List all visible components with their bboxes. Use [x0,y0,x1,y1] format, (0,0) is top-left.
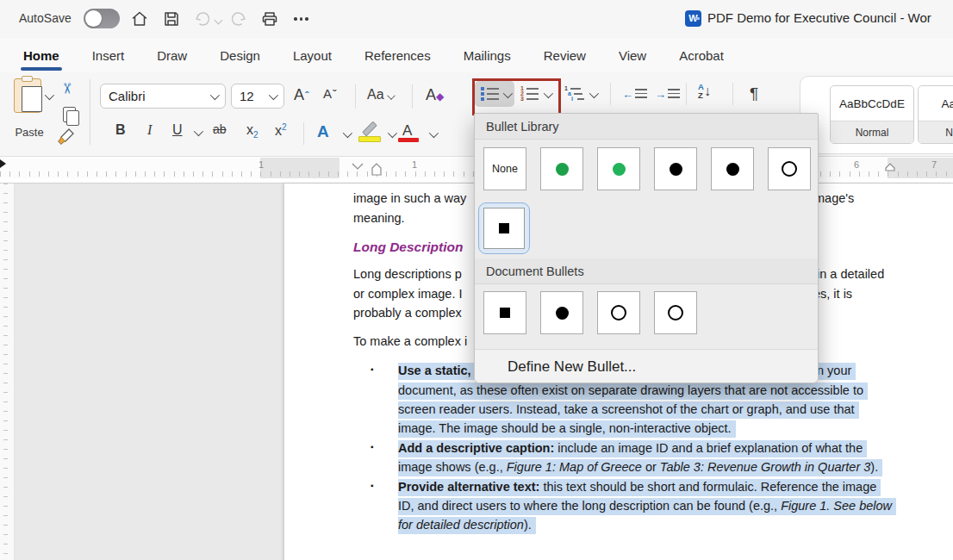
text-effects-button[interactable]: A [317,122,329,141]
ruler-number: 6 [854,159,859,170]
selected-text: screen reader users. Instead, take a scr… [398,401,859,419]
font-size-select[interactable]: 12 [231,84,284,109]
bullet-tile-square[interactable] [483,291,526,334]
tab-references[interactable]: References [348,40,447,71]
doc-text-fragment: or complex image. I [353,287,463,305]
decrease-indent-button[interactable]: ← [622,88,647,101]
text-effects-chevron-icon[interactable] [343,128,352,138]
multilevel-chevron-icon[interactable] [589,89,599,98]
strikethrough-button[interactable]: ab [213,122,227,136]
styles-gallery: AaBbCcDdE Normal AaBbC No Sp [800,76,953,154]
bullet-tile-dot[interactable] [597,147,640,190]
underline-button[interactable]: U [172,122,183,138]
italic-button[interactable]: I [147,122,152,138]
tab-mailings[interactable]: Mailings [447,40,527,71]
save-icon[interactable] [162,9,181,28]
selected-text: image. The image should be a single, non… [398,420,736,438]
shrink-font-button[interactable]: Aˇ [323,86,336,101]
bullet-tile-dot[interactable] [540,147,583,190]
home-icon[interactable] [130,9,149,28]
first-line-indent-marker[interactable] [352,163,364,171]
tab-home[interactable]: Home [7,40,76,71]
ruler-number: 1 [412,159,417,170]
bullet-marker: ▪ [371,442,374,451]
style-chip-normal[interactable]: AaBbCcDdE Normal [830,85,914,144]
bullet-tile-selected[interactable] [478,202,530,254]
style-chip-no-spacing[interactable]: AaBbC No Sp [918,85,953,144]
selected-text: for detailed description). [398,517,536,534]
underline-menu-chevron-icon[interactable] [194,127,203,136]
bullet-tile-circle[interactable] [768,147,811,190]
change-case-button[interactable]: Aa [367,87,395,103]
word-window: AutoSave W PDF Demo for Executive Counci… [0,0,953,560]
selected-text: ID, and direct users to where the long d… [398,498,896,515]
autosave-toggle[interactable] [84,9,120,28]
subscript-button[interactable]: x2 [246,122,258,140]
paste-icon[interactable] [14,78,41,113]
paste-menu-chevron-icon[interactable] [45,90,54,100]
define-new-bullet-item[interactable]: Define New Bullet... [475,349,818,383]
none-label: None [492,163,518,175]
print-icon[interactable] [260,9,279,28]
bullet-tile-dot[interactable] [654,147,697,190]
doc-text-fragment: mage's [814,191,854,209]
tab-layout[interactable]: Layout [277,40,348,71]
font-size-value: 12 [240,89,254,103]
bullet-tile-dot[interactable] [540,291,583,334]
tab-acrobat[interactable]: Acrobat [663,40,740,71]
redo-icon[interactable] [229,9,248,28]
font-color-button[interactable]: A [402,122,412,140]
clear-formatting-button[interactable]: A◆ [426,86,444,104]
document-title: PDF Demo for Executive Council - Wor [707,10,953,25]
circle-bullet-icon [668,305,683,320]
autosave-label: AutoSave [19,11,72,25]
more-commands-icon[interactable] [294,17,308,21]
increase-indent-button[interactable]: → [655,88,680,101]
format-painter-icon[interactable] [58,128,75,145]
dot-bullet-icon [556,307,569,320]
show-paragraph-marks-button[interactable]: ¶ [750,84,758,103]
bullet-tile-circle[interactable] [597,291,640,334]
bullet-tile-none[interactable]: None [483,147,526,190]
bullet-tile-dot[interactable] [711,147,754,190]
superscript-button[interactable]: x2 [275,122,287,139]
doc-text-fragment: meaning. [353,211,405,229]
undo-icon[interactable] [193,9,212,28]
font-color-chevron-icon[interactable] [429,128,439,138]
doc-text-fragment: probably a complex [353,306,462,324]
highlight-chevron-icon[interactable] [388,128,397,138]
doc-heading: Long Description [353,240,463,258]
toggle-knob [85,10,102,27]
tab-design[interactable]: Design [203,40,277,71]
doc-text-fragment: Long descriptions p [353,267,462,285]
font-name-select[interactable]: Calibri [100,84,226,109]
tab-insert[interactable]: Insert [76,40,141,71]
bold-button[interactable]: B [115,122,126,138]
multilevel-list-button[interactable]: 1 a i [564,86,585,102]
title-bar: AutoSave W PDF Demo for Executive Counci… [0,0,953,38]
paste-label[interactable]: Paste [5,126,53,139]
tab-review[interactable]: Review [527,40,602,71]
grow-font-button[interactable]: Aˆ [294,86,308,104]
selected-text: n your [817,363,856,380]
tab-draw[interactable]: Draw [140,40,203,71]
copy-icon[interactable] [63,107,76,122]
bullet-library-header: Bullet Library [475,114,818,140]
right-indent-marker[interactable] [884,162,896,172]
square-bullet-icon [499,223,509,233]
font-color-bar [398,138,419,142]
dot-bullet-icon [670,163,682,176]
tab-view[interactable]: View [602,40,663,71]
bullet-marker: ▪ [371,481,374,490]
doc-text-fragment: in a detailed [817,267,884,285]
dot-bullet-icon [613,163,626,176]
square-bullet-icon [500,308,510,318]
undo-menu-chevron-icon[interactable] [215,16,223,25]
vertical-ruler [0,184,15,560]
sort-button[interactable]: AZ ↓ [698,83,711,100]
dot-bullet-icon [726,163,739,176]
ruler-number: 7 [931,159,937,170]
cut-icon[interactable]: ✂ [58,82,76,94]
bullet-tile-circle[interactable] [654,291,697,334]
left-indent-marker[interactable] [371,162,383,177]
